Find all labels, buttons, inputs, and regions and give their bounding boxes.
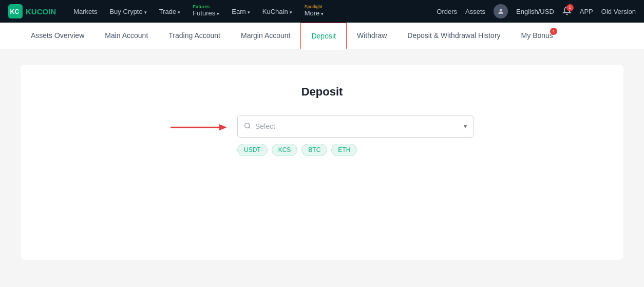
- select-container: Select ▾ USDT KCS BTC ETH: [237, 115, 473, 156]
- subnav-deposit[interactable]: Deposit: [300, 23, 346, 49]
- main-content: Deposit Select ▾ USDT: [0, 49, 644, 275]
- tag-btc[interactable]: BTC: [301, 144, 327, 156]
- deposit-card: Deposit Select ▾ USDT: [21, 65, 623, 260]
- top-nav: KC KUCOIN Markets Buy Crypto▾ Trade▾ Fut…: [0, 0, 644, 23]
- subnav-withdraw[interactable]: Withdraw: [347, 23, 397, 49]
- select-row: Select ▾ USDT KCS BTC ETH: [51, 115, 593, 156]
- tag-eth[interactable]: ETH: [331, 144, 357, 156]
- tag-usdt[interactable]: USDT: [237, 144, 268, 156]
- nav-earn[interactable]: Earn▾: [226, 5, 255, 18]
- spotlight-badge: Spotlight: [305, 4, 323, 9]
- futures-badge: Futures: [193, 4, 210, 9]
- svg-marker-4: [219, 124, 227, 130]
- arrow-pointer: [171, 115, 227, 133]
- nav-futures[interactable]: Futures Futures▾: [187, 3, 224, 20]
- sub-nav: Assets Overview Main Account Trading Acc…: [0, 23, 644, 49]
- assets-link[interactable]: Assets: [465, 8, 485, 15]
- app-link[interactable]: APP: [580, 8, 593, 15]
- chevron-down-icon: ▾: [464, 123, 467, 130]
- logo-text: KUCOIN: [26, 7, 56, 16]
- user-avatar[interactable]: [494, 4, 508, 18]
- subnav-my-bonus[interactable]: My Bonus 1: [511, 23, 563, 49]
- svg-line-6: [249, 127, 251, 128]
- coin-select[interactable]: Select ▾: [237, 115, 473, 138]
- nav-links: Markets Buy Crypto▾ Trade▾ Futures Futur…: [68, 3, 437, 20]
- nav-more[interactable]: Spotlight More▾: [299, 3, 329, 20]
- logo[interactable]: KC KUCOIN: [8, 4, 56, 18]
- nav-trade[interactable]: Trade▾: [154, 5, 185, 18]
- nav-kuchain[interactable]: KuChain▾: [257, 5, 297, 18]
- old-version-link[interactable]: Old Version: [601, 8, 636, 15]
- select-placeholder: Select: [255, 122, 464, 130]
- search-icon: [244, 122, 251, 131]
- nav-right: Orders Assets English/USD 1 APP Old Vers…: [437, 4, 636, 18]
- subnav-margin-account[interactable]: Margin Account: [231, 23, 301, 49]
- bell-badge: 1: [566, 4, 574, 11]
- quick-tags: USDT KCS BTC ETH: [237, 144, 473, 156]
- subnav-assets-overview[interactable]: Assets Overview: [21, 23, 94, 49]
- subnav-main-account[interactable]: Main Account: [94, 23, 158, 49]
- subnav-deposit-withdrawal-history[interactable]: Deposit & Withdrawal History: [397, 23, 510, 49]
- notification-bell[interactable]: 1: [562, 6, 572, 17]
- svg-point-5: [245, 123, 250, 127]
- orders-link[interactable]: Orders: [437, 8, 457, 15]
- deposit-title: Deposit: [51, 85, 593, 99]
- nav-markets[interactable]: Markets: [68, 5, 102, 18]
- bonus-badge: 1: [550, 28, 557, 35]
- language-selector[interactable]: English/USD: [516, 8, 554, 15]
- tag-kcs[interactable]: KCS: [272, 144, 298, 156]
- svg-text:KC: KC: [10, 8, 20, 15]
- subnav-trading-account[interactable]: Trading Account: [158, 23, 231, 49]
- nav-buy-crypto[interactable]: Buy Crypto▾: [104, 5, 151, 18]
- svg-point-2: [500, 9, 502, 11]
